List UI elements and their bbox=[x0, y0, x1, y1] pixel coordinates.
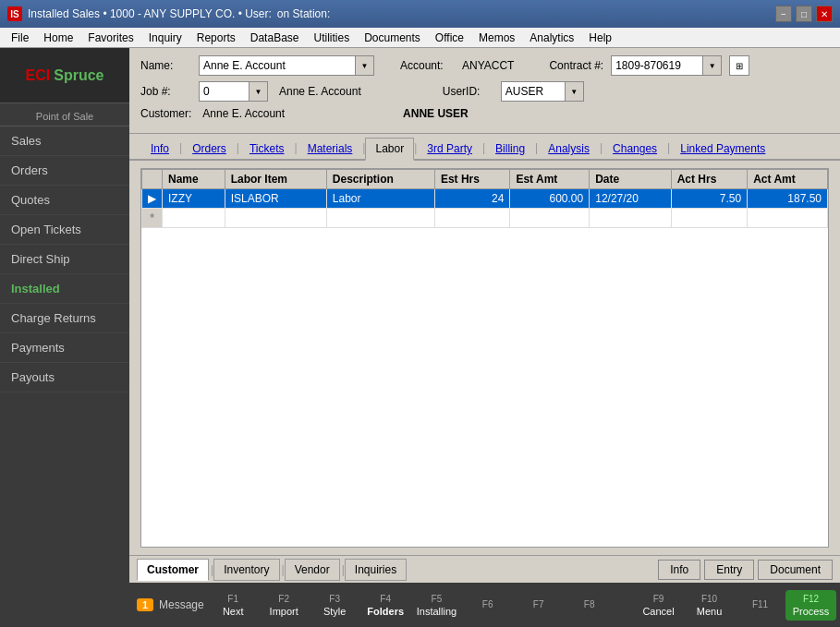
tab-billing[interactable]: Billing bbox=[485, 138, 535, 159]
fkey-f11-num: F11 bbox=[752, 599, 768, 609]
sidebar-item-payments[interactable]: Payments bbox=[0, 333, 129, 363]
account-value: ANYACCT bbox=[462, 59, 514, 72]
menu-favorites[interactable]: Favorites bbox=[80, 30, 140, 46]
sidebar-item-sales[interactable]: Sales bbox=[0, 127, 129, 156]
fkey-f4[interactable]: F4 Folders bbox=[360, 590, 411, 621]
fkey-f2[interactable]: F2 Import bbox=[259, 590, 310, 621]
tab-changes[interactable]: Changes bbox=[603, 138, 667, 159]
contract-input[interactable] bbox=[611, 55, 703, 76]
fkey-f3[interactable]: F3 Style bbox=[310, 590, 360, 621]
tab-3rdparty[interactable]: 3rd Party bbox=[417, 138, 482, 159]
fkey-f1-num: F1 bbox=[227, 594, 238, 604]
name-label: Name: bbox=[140, 59, 191, 72]
maximize-button[interactable]: □ bbox=[796, 6, 812, 22]
fkey-f10[interactable]: F10 Menu bbox=[684, 590, 735, 621]
fkey-f1[interactable]: F1 Next bbox=[208, 590, 259, 621]
fkey-f7[interactable]: F7 bbox=[513, 596, 564, 615]
job-input[interactable] bbox=[199, 81, 250, 102]
tab-info[interactable]: Info bbox=[140, 138, 179, 159]
fkey-f12[interactable]: F12 Process bbox=[785, 590, 836, 621]
sidebar-section-header: Point of Sale bbox=[0, 103, 129, 127]
cell-labor-item: ISLABOR bbox=[225, 189, 326, 209]
sidebar-item-open-tickets[interactable]: Open Tickets bbox=[0, 215, 129, 245]
fkey-f2-num: F2 bbox=[278, 594, 289, 604]
fkey-f8[interactable]: F8 bbox=[564, 596, 615, 615]
cell-name: IZZY bbox=[163, 189, 225, 209]
tab-tickets[interactable]: Tickets bbox=[239, 138, 295, 159]
tabs-bar: Info | Orders | Tickets | Materials | La… bbox=[129, 134, 840, 161]
close-button[interactable]: ✕ bbox=[816, 6, 833, 22]
labor-table-container: Name Labor Item Description Est Hrs Est … bbox=[140, 168, 829, 548]
app-icon: IS bbox=[7, 6, 22, 21]
fkey-f7-num: F7 bbox=[533, 599, 544, 609]
cell-act-hrs: 7.50 bbox=[671, 189, 748, 209]
contract-dropdown-btn[interactable]: ▼ bbox=[703, 55, 722, 76]
bottom-tab-vendor[interactable]: Vendor bbox=[285, 559, 340, 581]
new-row: * bbox=[142, 209, 828, 228]
userid-input[interactable] bbox=[501, 81, 566, 102]
cell-est-amt: 600.00 bbox=[510, 189, 590, 209]
title-bar: IS Installed Sales • 1000 - ANY SUPPLY C… bbox=[0, 0, 840, 28]
fkey-f9[interactable]: F9 Cancel bbox=[633, 590, 684, 621]
tab-labor[interactable]: Labor bbox=[365, 138, 414, 161]
tab-linked-payments[interactable]: Linked Payments bbox=[670, 138, 775, 159]
userid-dropdown-btn[interactable]: ▼ bbox=[566, 81, 584, 102]
col-date: Date bbox=[590, 170, 671, 189]
bottom-right-document[interactable]: Document bbox=[758, 560, 833, 580]
menu-reports[interactable]: Reports bbox=[189, 30, 243, 46]
contract-field-group: ▼ bbox=[611, 55, 722, 76]
cell-act-amt: 187.50 bbox=[748, 189, 828, 209]
name-dropdown-btn[interactable]: ▼ bbox=[356, 55, 374, 76]
bottom-tab-inquiries[interactable]: Inquiries bbox=[345, 559, 407, 581]
menu-inquiry[interactable]: Inquiry bbox=[141, 30, 189, 46]
grid-icon[interactable]: ⊞ bbox=[729, 55, 749, 76]
bottom-tab-customer[interactable]: Customer bbox=[137, 559, 209, 581]
logo-eci: ECI bbox=[26, 67, 51, 84]
fkey-f9-label: Cancel bbox=[642, 606, 674, 617]
sidebar-item-direct-ship[interactable]: Direct Ship bbox=[0, 245, 129, 274]
bottom-tabs: Customer | Inventory | Vendor | Inquirie… bbox=[129, 555, 840, 583]
sidebar-nav: Sales Orders Quotes Open Tickets Direct … bbox=[0, 127, 129, 392]
menu-utilities[interactable]: Utilities bbox=[306, 30, 357, 46]
menu-help[interactable]: Help bbox=[581, 30, 619, 46]
menu-office[interactable]: Office bbox=[428, 30, 471, 46]
col-act-hrs: Act Hrs bbox=[671, 170, 748, 189]
menu-file[interactable]: File bbox=[4, 30, 36, 46]
fkey-f9-num: F9 bbox=[653, 594, 664, 604]
bottom-right-entry[interactable]: Entry bbox=[704, 560, 754, 580]
menu-analytics[interactable]: Analytics bbox=[522, 30, 581, 46]
userid-field-group: ▼ bbox=[501, 81, 584, 102]
form-section: Name: ▼ Account: ANYACCT Contract #: ▼ ⊞… bbox=[129, 48, 840, 134]
message-bar: 1 Message bbox=[133, 583, 208, 627]
customer-value: Anne E. Account bbox=[202, 107, 285, 120]
menu-home[interactable]: Home bbox=[36, 30, 80, 46]
col-name: Name bbox=[163, 170, 225, 189]
table-row[interactable]: ▶ IZZY ISLABOR Labor 24 600.00 12/27/20 … bbox=[142, 189, 828, 209]
bottom-right-tabs: Info Entry Document bbox=[658, 560, 833, 580]
tab-analysis[interactable]: Analysis bbox=[538, 138, 600, 159]
fkey-f12-label: Process bbox=[793, 606, 830, 617]
sidebar-item-installed[interactable]: Installed bbox=[0, 274, 129, 304]
minimize-button[interactable]: − bbox=[775, 6, 792, 22]
fkey-f5[interactable]: F5 Installing bbox=[411, 590, 462, 621]
fkey-f11[interactable]: F11 bbox=[735, 596, 785, 615]
fkey-f6[interactable]: F6 bbox=[462, 596, 513, 615]
name-input[interactable] bbox=[199, 55, 356, 76]
menu-memos[interactable]: Memos bbox=[471, 30, 522, 46]
title-bar-station: on Station: bbox=[277, 7, 330, 20]
menu-documents[interactable]: Documents bbox=[357, 30, 428, 46]
title-bar-text: Installed Sales • 1000 - ANY SUPPLY CO. … bbox=[28, 7, 272, 20]
sidebar-item-orders[interactable]: Orders bbox=[0, 156, 129, 186]
bottom-tab-inventory[interactable]: Inventory bbox=[213, 559, 279, 581]
fkey-f6-num: F6 bbox=[482, 599, 493, 609]
job-dropdown-btn[interactable]: ▼ bbox=[250, 81, 268, 102]
bottom-right-info[interactable]: Info bbox=[658, 560, 700, 580]
tab-materials[interactable]: Materials bbox=[298, 138, 363, 159]
sidebar-item-payouts[interactable]: Payouts bbox=[0, 363, 129, 392]
fkey-f5-num: F5 bbox=[432, 594, 443, 604]
tab-orders[interactable]: Orders bbox=[182, 138, 237, 159]
menu-database[interactable]: DataBase bbox=[243, 30, 307, 46]
sidebar-item-quotes[interactable]: Quotes bbox=[0, 186, 129, 215]
job-field-group: ▼ bbox=[199, 81, 268, 102]
sidebar-item-charge-returns[interactable]: Charge Returns bbox=[0, 304, 129, 333]
